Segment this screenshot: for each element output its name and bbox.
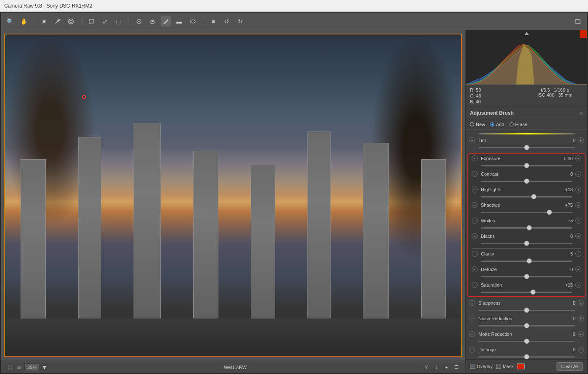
whites-track[interactable] [481, 227, 572, 229]
image-canvas[interactable] [4, 34, 462, 357]
hand-tool[interactable]: ✋ [18, 16, 29, 26]
zoom-dropdown[interactable]: ▼ [41, 362, 48, 372]
clarity-track[interactable] [481, 261, 572, 262]
contrast-value[interactable]: 0 [560, 171, 575, 176]
clarity-thumb[interactable] [527, 258, 532, 263]
moire-reduction-value[interactable]: 0 [563, 332, 578, 337]
shadows-plus[interactable]: + [575, 202, 581, 208]
tint-thumb[interactable] [524, 145, 529, 150]
transform-tool[interactable]: ⬚ [113, 16, 123, 26]
expand-icon[interactable]: ⊞ [15, 363, 23, 371]
sharpness-thumb[interactable] [524, 308, 529, 313]
shadows-minus[interactable]: − [472, 202, 478, 208]
status-icon-arrow[interactable]: ↕ [433, 363, 440, 371]
moire-reduction-plus[interactable]: + [578, 331, 584, 337]
presets-tool[interactable]: ≡ [208, 16, 218, 26]
saturation-plus[interactable]: + [575, 282, 581, 288]
tint-value[interactable]: 0 [563, 138, 578, 143]
dehaze-track[interactable] [481, 276, 572, 277]
contrast-minus[interactable]: − [472, 171, 478, 177]
mask-checkbox[interactable] [496, 364, 501, 369]
overlay-checkbox[interactable] [470, 364, 475, 369]
tint-track[interactable] [478, 147, 575, 148]
shadows-track[interactable] [481, 212, 572, 213]
exposure-track[interactable] [481, 165, 572, 166]
contrast-thumb[interactable] [524, 179, 529, 184]
saturation-thumb[interactable] [530, 290, 536, 295]
white-balance-tool[interactable] [39, 16, 49, 26]
highlights-minus[interactable]: − [472, 187, 478, 192]
dehaze-minus[interactable]: − [472, 266, 478, 272]
whites-minus[interactable]: − [472, 218, 478, 224]
zoom-display[interactable]: 25% [24, 363, 39, 371]
highlights-thumb[interactable] [531, 194, 536, 199]
moire-reduction-minus[interactable]: − [469, 331, 475, 337]
defringe-track[interactable] [478, 356, 575, 358]
radio-new[interactable] [470, 122, 474, 126]
whites-value[interactable]: +5 [560, 218, 575, 223]
noise-reduction-track[interactable] [478, 325, 575, 327]
moire-reduction-track[interactable] [478, 341, 575, 342]
dehaze-thumb[interactable] [524, 274, 529, 279]
contrast-plus[interactable]: + [575, 171, 581, 177]
noise-reduction-value[interactable]: 0 [563, 316, 578, 321]
color-sampler-tool[interactable] [52, 16, 63, 26]
rotate-cw-tool[interactable]: ↻ [235, 16, 245, 26]
status-icon-plus[interactable]: + [443, 363, 450, 371]
whites-thumb[interactable] [527, 225, 532, 230]
blacks-minus[interactable]: − [472, 233, 478, 239]
clarity-minus[interactable]: − [472, 251, 478, 257]
noise-reduction-minus[interactable]: − [469, 316, 475, 321]
frame-icon[interactable]: ⬚ [6, 363, 13, 371]
dehaze-value[interactable]: 0 [560, 267, 575, 272]
defringe-minus[interactable]: − [469, 347, 475, 353]
straighten-tool[interactable]: ⤢ [100, 16, 110, 26]
saturation-track[interactable] [481, 292, 572, 293]
clarity-value[interactable]: +5 [560, 251, 575, 256]
radial-filter-tool[interactable] [188, 16, 198, 26]
clarity-plus[interactable]: + [575, 251, 581, 257]
blacks-value[interactable]: 0 [560, 234, 575, 239]
defringe-plus[interactable]: + [578, 347, 584, 353]
moire-reduction-thumb[interactable] [524, 339, 529, 344]
saturation-value[interactable]: +15 [560, 282, 575, 287]
exposure-value[interactable]: 0.00 [560, 156, 575, 161]
zoom-tool[interactable]: 🔍 [5, 16, 15, 26]
spot-removal-tool[interactable] [134, 16, 144, 26]
whites-plus[interactable]: + [575, 218, 581, 224]
clipping-corner[interactable] [580, 30, 587, 38]
mode-erase[interactable]: Erase [509, 122, 528, 127]
saturation-minus[interactable]: − [472, 282, 478, 288]
red-eye-removal-tool[interactable] [147, 16, 158, 26]
clear-all-button[interactable]: Clear All [556, 362, 583, 371]
mode-add[interactable]: Add [490, 122, 504, 127]
sharpness-minus[interactable]: − [469, 300, 475, 306]
highlights-value[interactable]: +18 [560, 187, 575, 192]
defringe-value[interactable]: 0 [563, 347, 578, 352]
mask-color-swatch[interactable] [517, 363, 525, 369]
noise-reduction-thumb[interactable] [524, 323, 529, 328]
shadows-value[interactable]: +75 [560, 203, 575, 208]
noise-reduction-plus[interactable]: + [578, 316, 584, 321]
exposure-thumb[interactable] [524, 163, 529, 168]
tint-plus[interactable]: + [578, 137, 584, 143]
sharpness-plus[interactable]: + [578, 300, 584, 306]
tint-minus[interactable]: − [469, 137, 475, 143]
mode-new[interactable]: New [470, 122, 485, 127]
sharpness-value[interactable]: 0 [563, 300, 578, 306]
status-icon-menu[interactable]: ☰ [453, 363, 460, 371]
status-icon-y[interactable]: Y [423, 363, 430, 371]
highlights-plus[interactable]: + [575, 187, 581, 192]
blacks-track[interactable] [481, 243, 572, 244]
rotate-ccw-tool[interactable]: ↺ [222, 16, 232, 26]
radio-erase[interactable] [509, 122, 514, 126]
shadows-thumb[interactable] [547, 210, 552, 215]
blacks-thumb[interactable] [524, 241, 529, 246]
clipping-highlights[interactable] [524, 32, 529, 35]
exposure-plus[interactable]: + [575, 155, 581, 161]
blacks-plus[interactable]: + [575, 233, 581, 239]
full-screen-btn[interactable] [573, 16, 583, 26]
dehaze-plus[interactable]: + [575, 266, 581, 272]
highlights-track[interactable] [481, 196, 572, 198]
adjustment-brush-tool[interactable] [161, 16, 171, 26]
